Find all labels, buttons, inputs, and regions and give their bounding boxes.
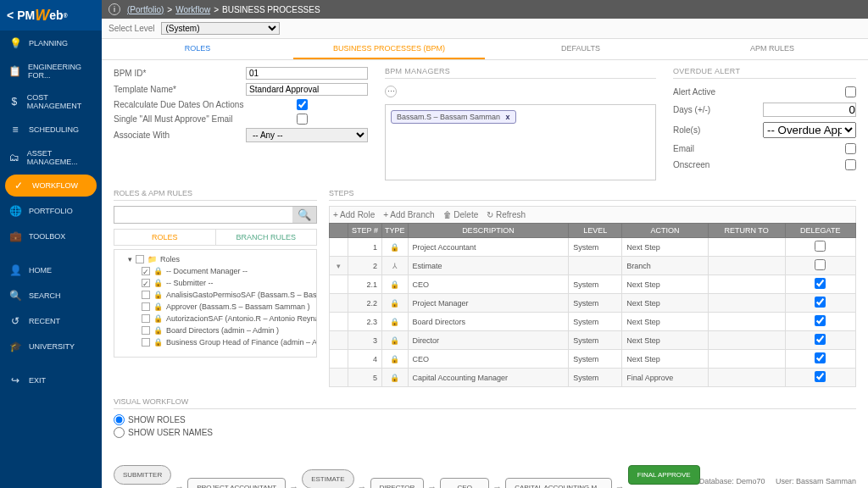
bpm-managers-header: BPM MANAGERS	[385, 67, 656, 79]
nav-cost-management[interactable]: $COST MANAGEMENT	[0, 86, 102, 117]
nav-engineering-for-[interactable]: 📋ENGINEERING FOR...	[0, 56, 102, 86]
tree-checkbox[interactable]: ✓	[142, 279, 150, 287]
tree-checkbox[interactable]	[136, 255, 144, 263]
breadcrumb-workflow[interactable]: Workflow	[175, 5, 210, 14]
add-manager-icon[interactable]: ⋯	[385, 86, 397, 97]
col-header[interactable]: DELEGATE	[785, 224, 856, 238]
nav-planning[interactable]: 💡PLANNING	[0, 30, 102, 56]
delegate-checkbox[interactable]	[815, 297, 826, 308]
recalc-checkbox[interactable]	[297, 99, 308, 110]
col-header[interactable]: DESCRIPTION	[408, 224, 569, 238]
tab-roles[interactable]: ROLES	[102, 39, 293, 59]
show-roles-radio[interactable]: SHOW ROLES	[114, 414, 186, 425]
tree-checkbox[interactable]	[142, 338, 150, 347]
tree-checkbox[interactable]: ✓	[142, 267, 150, 275]
select-level-dropdown[interactable]: (System)	[161, 22, 280, 35]
nav-asset-manageme-[interactable]: 🗂ASSET MANAGEME...	[0, 142, 102, 173]
overdue-onscreen-checkbox[interactable]	[845, 159, 856, 170]
inner-tab-branch-rules[interactable]: BRANCH RULES	[215, 230, 317, 245]
delegate-checkbox[interactable]	[815, 371, 826, 382]
col-header[interactable]: TYPE	[382, 224, 409, 238]
tab-apm-rules[interactable]: APM RULES	[676, 39, 868, 59]
nav-home[interactable]: 👤HOME	[0, 258, 102, 283]
delegate-checkbox[interactable]	[815, 259, 826, 270]
flow-submitter[interactable]: SUBMITTER	[114, 465, 171, 485]
associate-with-select[interactable]: -- Any --	[246, 128, 368, 142]
delegate-checkbox[interactable]	[815, 278, 826, 289]
overdue-email-checkbox[interactable]	[845, 143, 856, 154]
nav-recent[interactable]: ↺RECENT	[0, 308, 102, 334]
nav-workflow[interactable]: ✓WORKFLOW	[5, 175, 97, 197]
delegate-checkbox[interactable]	[815, 241, 826, 252]
nav-university[interactable]: 🎓UNIVERSITY	[0, 334, 102, 359]
nav-toolbox[interactable]: 💼TOOLBOX	[0, 224, 102, 249]
bpm-id-input[interactable]	[246, 67, 368, 80]
step-row[interactable]: ▾2⅄EstimateBranch	[330, 257, 856, 275]
overdue-roles-select[interactable]: -- Overdue Approver --	[763, 122, 856, 138]
col-header[interactable]: RETURN TO	[708, 224, 785, 238]
delete-button[interactable]: 🗑 Delete	[443, 210, 479, 219]
step-row[interactable]: 5🔒Capital Accounting ManagerSystemFinal …	[330, 369, 856, 387]
step-row[interactable]: 2.1🔒CEOSystemNext Step	[330, 275, 856, 294]
nav-icon: ≡	[8, 124, 22, 136]
tree-node[interactable]: 🔒 Board Directors (admin – Admin )	[118, 324, 313, 336]
nav-search[interactable]: 🔍SEARCH	[0, 283, 102, 308]
tree-node[interactable]: 🔒 AutorizacionSAF (Antonio.R – Antonio R…	[118, 313, 313, 324]
logo: < PMWeb®	[0, 0, 102, 30]
tree-checkbox[interactable]	[142, 291, 150, 299]
info-icon[interactable]: i	[108, 3, 120, 15]
flow-ceo[interactable]: CEO	[440, 478, 489, 489]
tree-checkbox[interactable]	[142, 302, 150, 311]
step-row[interactable]: 1🔒Project AccountantSystemNext Step	[330, 238, 856, 257]
step-row[interactable]: 4🔒CEOSystemNext Step	[330, 350, 856, 369]
days-input[interactable]	[763, 103, 856, 117]
step-row[interactable]: 3🔒DirectorSystemNext Step	[330, 331, 856, 350]
delegate-checkbox[interactable]	[815, 352, 826, 363]
nav-icon: 🗂	[8, 152, 20, 164]
refresh-button[interactable]: ↻ Refresh	[487, 210, 526, 219]
add-branch-button[interactable]: + Add Branch	[383, 210, 434, 219]
lock-icon: 🔒	[153, 326, 163, 335]
delegate-checkbox[interactable]	[815, 315, 826, 326]
col-header[interactable]: ACTION	[622, 224, 708, 238]
tree-node[interactable]: 🔒 Business Group Head of Finance (admin …	[118, 336, 313, 348]
nav-scheduling[interactable]: ≡SCHEDULING	[0, 117, 102, 142]
tab-business-processes[interactable]: BUSINESS PROCESSES (BPM)	[293, 39, 485, 59]
breadcrumb-portfolio[interactable]: (Portfolio)	[127, 5, 164, 14]
tree-checkbox[interactable]	[142, 314, 150, 323]
flow-project-accountant[interactable]: PROJECT ACCOUNTANT	[187, 478, 286, 489]
roles-tree[interactable]: ▾ 📁 Roles✓🔒 -- Document Manager --✓🔒 -- …	[114, 249, 317, 358]
sidebar: < PMWeb® 💡PLANNING📋ENGINEERING FOR...$CO…	[0, 0, 102, 488]
delegate-checkbox[interactable]	[815, 334, 826, 345]
tree-node[interactable]: 🔒 AnalisisGastoPermisoSAF (Bassam.S – Ba…	[118, 289, 313, 301]
step-row[interactable]: 2.2🔒Project ManagerSystemNext Step	[330, 294, 856, 313]
flow-estimate[interactable]: ESTIMATE	[302, 469, 353, 488]
step-row[interactable]: 2.3🔒Board DirectorsSystemNext Step	[330, 313, 856, 331]
roles-search-input[interactable]	[114, 207, 292, 223]
lock-icon: 🔒	[153, 302, 163, 311]
inner-tab-roles[interactable]: ROLES	[114, 230, 215, 245]
tree-node[interactable]: ✓🔒 -- Document Manager --	[118, 265, 313, 277]
show-user-names-radio[interactable]: SHOW USER NAMES	[114, 427, 213, 438]
collapse-sidebar-icon[interactable]: <	[7, 8, 14, 22]
tree-checkbox[interactable]	[142, 326, 150, 335]
col-header[interactable]: LEVEL	[569, 224, 622, 238]
overdue-alert-header: OVERDUE ALERT	[673, 67, 856, 79]
tree-node[interactable]: 🔒 Approver (Bassam.S – Bassam Samman )	[118, 301, 313, 313]
flow-capital-accounting[interactable]: CAPITAL ACCOUNTING M...	[505, 478, 612, 489]
flow-final-approve[interactable]: FINAL APPROVE	[628, 465, 700, 485]
nav-icon: 🎓	[8, 341, 22, 352]
single-approve-checkbox[interactable]	[297, 114, 308, 125]
tree-node[interactable]: ✓🔒 -- Submitter --	[118, 277, 313, 289]
template-name-input[interactable]	[246, 83, 368, 96]
add-role-button[interactable]: + Add Role	[333, 210, 375, 219]
tree-node[interactable]: ▾ 📁 Roles	[118, 253, 313, 265]
search-button[interactable]: 🔍	[292, 207, 316, 223]
nav-portfolio[interactable]: 🌐PORTFOLIO	[0, 198, 102, 224]
remove-chip-icon[interactable]: x	[506, 113, 510, 121]
nav-exit[interactable]: ↪EXIT	[0, 368, 102, 393]
col-header[interactable]: STEP #	[348, 224, 382, 238]
alert-active-checkbox[interactable]	[845, 86, 856, 97]
tab-defaults[interactable]: DEFAULTS	[485, 39, 676, 59]
flow-director[interactable]: DIRECTOR	[370, 478, 425, 489]
